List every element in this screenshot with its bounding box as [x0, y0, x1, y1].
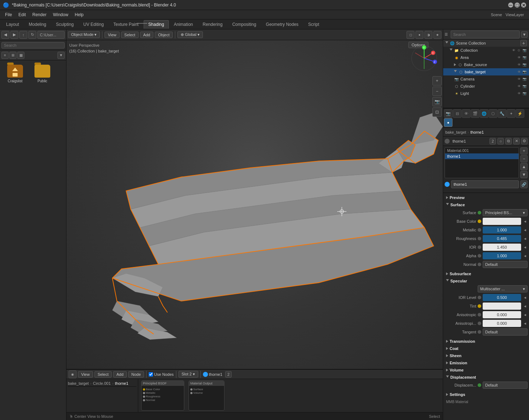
tab-script[interactable]: Script	[303, 20, 324, 29]
coat-section-header[interactable]: Coat	[445, 345, 528, 352]
bake-target-render-btn[interactable]: 📷	[522, 69, 527, 74]
menu-edit[interactable]: Edit	[15, 11, 29, 18]
path-bar[interactable]: C:\User...	[37, 31, 65, 39]
nav-up-button[interactable]: ↑	[19, 31, 27, 39]
material-slot-add-btn[interactable]: +	[520, 147, 528, 154]
outliner-item-bake-target[interactable]: ⬡ bake_target 👁 📷	[443, 68, 529, 75]
tab-uv-editing[interactable]: UV Editing	[79, 20, 108, 29]
light-hide-btn[interactable]: 👁	[516, 91, 521, 96]
ior-arrow[interactable]: ◂	[523, 245, 528, 250]
roughness-dot[interactable]	[478, 237, 481, 240]
specular-section-header[interactable]: Specular	[445, 278, 528, 284]
node-editor-node-menu[interactable]: Node	[128, 371, 144, 378]
material-name-input[interactable]	[451, 180, 519, 188]
sidebar-search-input[interactable]	[1, 42, 65, 49]
global-dropdown[interactable]: ⊕ Global ▾	[177, 31, 203, 38]
viewport-object-menu[interactable]: Object	[155, 32, 173, 38]
prop-tab-physics[interactable]: ⚡	[516, 109, 524, 118]
anisotropic2-value[interactable]: 0.000	[483, 320, 521, 327]
scene-collection-header[interactable]: 🌐 Scene Collection +	[443, 40, 529, 47]
area-render-btn[interactable]: 📷	[522, 55, 527, 60]
surface-section-header[interactable]: Surface	[445, 202, 528, 208]
material-btn[interactable]: ◑	[424, 31, 432, 39]
bake-source-hide-btn[interactable]: 👁	[516, 62, 521, 67]
ior-value[interactable]: 1.450	[483, 244, 521, 251]
base-color-arrow[interactable]: ◂	[523, 219, 528, 224]
scene-collection-add-btn[interactable]: +	[520, 40, 527, 46]
base-color-dot[interactable]	[478, 220, 481, 223]
material-copy-btn[interactable]: ⧉	[505, 138, 512, 144]
file-item-craigslist[interactable]: Craigslist	[3, 63, 27, 84]
anisotropic2-arrow[interactable]: ◂	[523, 321, 528, 326]
prop-tab-world[interactable]: 🌐	[480, 109, 488, 118]
view-grid-button[interactable]: ⊞	[9, 52, 17, 59]
normal-dropdown[interactable]: Default	[483, 261, 528, 268]
prop-tab-material[interactable]: ●	[444, 118, 453, 127]
props-bc-thorne1[interactable]: thorne1	[470, 130, 484, 134]
alpha-dot[interactable]	[478, 254, 481, 258]
material-slot-up-btn[interactable]: ▲	[520, 163, 528, 170]
anisotropic-dot[interactable]	[478, 313, 481, 317]
node-card-2[interactable]: Material Output Surface Volume	[189, 380, 224, 411]
bake-target-hide-btn[interactable]: 👁	[516, 69, 521, 74]
collection-render-btn[interactable]: 📷	[522, 48, 527, 53]
node-editor-view-menu[interactable]: View	[78, 371, 93, 378]
tab-modeling[interactable]: Modeling	[24, 20, 51, 29]
node-slot-selector[interactable]: Slot 2 ▾	[178, 371, 198, 378]
view-list-button[interactable]: ≡	[1, 52, 9, 59]
nav-forward-button[interactable]: ▶	[10, 31, 18, 39]
node-editor-add-menu[interactable]: Add	[113, 371, 127, 378]
camera-hide-btn[interactable]: 👁	[516, 77, 521, 82]
roughness-value[interactable]: 0.485	[483, 235, 521, 242]
specular-type-dropdown[interactable]: Multiscatter ... ▾	[478, 285, 528, 292]
metallic-dot[interactable]	[478, 228, 481, 232]
wireframe-btn[interactable]: ◻	[407, 31, 414, 39]
transmission-section-header[interactable]: Transmission	[445, 338, 528, 345]
ior-dot[interactable]	[478, 245, 481, 249]
viewport-view-menu[interactable]: View	[105, 32, 120, 38]
prop-tab-particles[interactable]: ✦	[507, 109, 515, 118]
tab-sculpting[interactable]: Sculpting	[51, 20, 78, 29]
metallic-value[interactable]: 1.000	[483, 226, 521, 234]
file-item-public[interactable]: Public	[30, 63, 55, 84]
menu-file[interactable]: File	[2, 11, 15, 18]
maximize-button[interactable]: □	[515, 3, 520, 8]
metallic-arrow[interactable]: ◂	[523, 227, 528, 232]
material-link-btn[interactable]: 🔗	[520, 180, 528, 188]
camera-render-btn[interactable]: 📷	[522, 77, 527, 82]
menu-help[interactable]: Help	[72, 11, 87, 18]
ior-level-value[interactable]: 0.500	[483, 294, 521, 301]
anisotropic2-dot[interactable]	[478, 322, 481, 325]
outliner-item-light[interactable]: ☀ Light 👁 📷	[443, 90, 529, 97]
prop-tab-view[interactable]: 👁	[462, 109, 470, 118]
outliner-item-cylinder[interactable]: ⬡ Cylinder 👁 📷	[443, 83, 529, 90]
zoom-in-button[interactable]: +	[432, 76, 442, 86]
displacement-section-header[interactable]: Displacement	[445, 374, 528, 380]
ior-level-dot[interactable]	[478, 296, 481, 299]
material-slot-item-1[interactable]: Material.001	[445, 148, 519, 153]
viewport-3d[interactable]: User Perspective (16) Collection | bake_…	[66, 40, 443, 369]
emission-section-header[interactable]: Emission	[445, 360, 528, 366]
outliner-search-input[interactable]	[451, 31, 520, 38]
material-delete-btn[interactable]: ✕	[513, 138, 520, 144]
material-slot-remove-btn[interactable]: −	[520, 155, 528, 162]
tab-geometry-nodes[interactable]: Geometry Nodes	[261, 20, 303, 29]
solid-btn[interactable]: ●	[416, 31, 423, 39]
tint-arrow[interactable]: ◂	[523, 304, 528, 309]
preview-section-header[interactable]: Preview	[445, 194, 528, 201]
tab-compositing[interactable]: Compositing	[228, 20, 261, 29]
viewport-select-menu[interactable]: Select	[121, 32, 139, 38]
menu-window[interactable]: Window	[50, 11, 71, 18]
sheen-section-header[interactable]: Sheen	[445, 352, 528, 359]
tab-layout[interactable]: Layout	[1, 20, 24, 29]
bc-circle001[interactable]: Circle.001	[93, 381, 111, 386]
prop-tab-output[interactable]: ⊟	[453, 109, 461, 118]
filter-button[interactable]: ▼	[57, 52, 65, 59]
close-button[interactable]: ✕	[521, 3, 526, 8]
bc-bake-target[interactable]: bake_target	[68, 381, 89, 386]
volume-section-header[interactable]: Volume	[445, 367, 528, 373]
node-card-1[interactable]: Principled BSDF Base Color Metallic	[141, 380, 184, 411]
base-color-swatch[interactable]	[483, 218, 521, 225]
tab-animation[interactable]: Animation	[169, 20, 198, 29]
use-nodes-toggle[interactable]: Use Nodes	[149, 372, 173, 377]
